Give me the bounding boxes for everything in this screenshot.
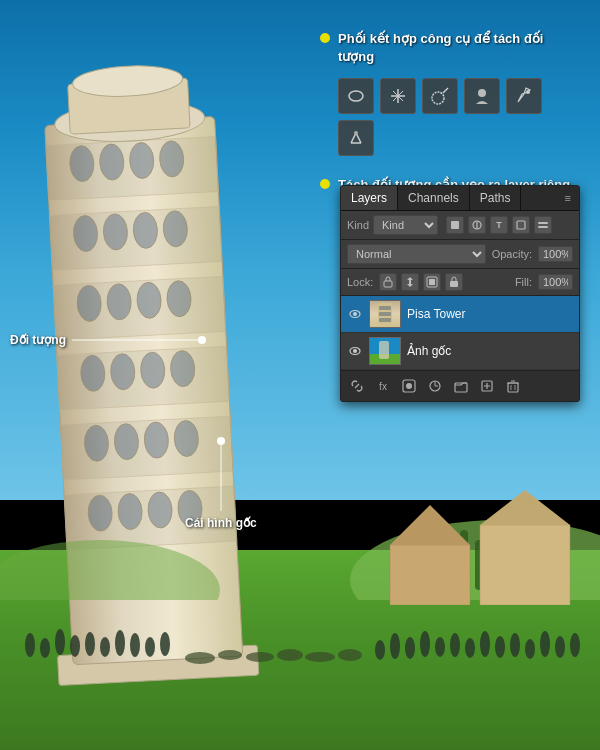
quick-select-icon[interactable] <box>422 78 458 114</box>
tab-layers[interactable]: Layers <box>341 186 398 210</box>
layer-item-pisa-tower[interactable]: Pisa Tower <box>341 296 579 333</box>
lasso-tool-icon[interactable] <box>338 78 374 114</box>
bullet-dot-2 <box>320 179 330 189</box>
svg-rect-95 <box>450 281 458 287</box>
layer-name-pisa: Pisa Tower <box>407 307 573 321</box>
layer-name-original: Ảnh gốc <box>407 344 573 358</box>
smart-filter-icon[interactable] <box>534 216 552 234</box>
svg-point-103 <box>353 349 357 353</box>
svg-rect-94 <box>429 279 435 285</box>
blend-mode-select[interactable]: Normal Multiply Screen Overlay <box>347 244 486 264</box>
link-icon[interactable] <box>347 376 367 396</box>
lock-artboard-icon[interactable] <box>423 273 441 291</box>
lock-pixels-icon[interactable] <box>379 273 397 291</box>
layer-thumb-original <box>369 337 401 365</box>
text-filter-icon[interactable]: T <box>490 216 508 234</box>
layers-bottom-bar: fx <box>341 370 579 401</box>
fill-label: Fill: <box>515 276 532 288</box>
label-cai-hinh-goc: Cái hình gốc <box>185 436 257 530</box>
layer-thumb-pisa <box>369 300 401 328</box>
fill-input[interactable] <box>538 274 573 290</box>
pen-alt-icon[interactable] <box>338 120 374 156</box>
mask-icon[interactable] <box>399 376 419 396</box>
tool-icons-row <box>338 78 580 156</box>
layers-panel: Layers Channels Paths ≡ Kind Kind Name E… <box>340 185 580 402</box>
svg-rect-90 <box>538 222 548 224</box>
label-doi-tuong: Đối tượng <box>10 330 212 350</box>
adjustment-icon[interactable] <box>425 376 445 396</box>
svg-rect-89 <box>517 221 525 229</box>
ui-overlay: Phối kết hợp công cụ để tách đối tượng <box>0 0 600 750</box>
layer-thumb-original-bg <box>370 338 400 364</box>
layers-lock-row: Lock: Fill: <box>341 269 579 296</box>
doi-tuong-text: Đối tượng <box>10 333 66 347</box>
svg-rect-114 <box>508 383 518 392</box>
svg-point-120 <box>217 437 225 445</box>
adjustment-filter-icon[interactable] <box>468 216 486 234</box>
svg-rect-101 <box>379 318 391 322</box>
svg-point-75 <box>349 91 363 101</box>
svg-rect-91 <box>538 226 548 228</box>
lock-icons-group <box>379 273 463 291</box>
magic-wand-icon[interactable] <box>380 78 416 114</box>
svg-point-85 <box>354 131 358 135</box>
svg-point-119 <box>198 336 206 344</box>
tab-paths[interactable]: Paths <box>470 186 522 210</box>
shape-filter-icon[interactable] <box>512 216 530 234</box>
opacity-input[interactable] <box>538 246 573 262</box>
annotation-text-1: Phối kết hợp công cụ để tách đối tượng <box>338 30 580 66</box>
bullet-dot-1 <box>320 33 330 43</box>
svg-rect-106 <box>379 341 389 359</box>
layers-kind-row: Kind Kind Name Effect T <box>341 211 579 240</box>
layer-visibility-original[interactable] <box>347 343 363 359</box>
svg-point-83 <box>526 90 530 94</box>
pixel-filter-icon[interactable] <box>446 216 464 234</box>
opacity-label: Opacity: <box>492 248 532 260</box>
tab-channels[interactable]: Channels <box>398 186 470 210</box>
svg-point-108 <box>406 383 412 389</box>
fx-icon[interactable]: fx <box>373 376 393 396</box>
layers-tabs: Layers Channels Paths ≡ <box>341 186 579 211</box>
svg-point-82 <box>478 89 486 97</box>
extract-icon[interactable] <box>464 78 500 114</box>
pen-tool-icon[interactable] <box>506 78 542 114</box>
svg-rect-86 <box>451 221 459 229</box>
panel-menu-icon[interactable]: ≡ <box>557 187 579 209</box>
kind-select[interactable]: Kind Name Effect <box>373 215 438 235</box>
svg-rect-100 <box>379 312 391 316</box>
layers-blend-row: Normal Multiply Screen Overlay Opacity: <box>341 240 579 269</box>
svg-point-80 <box>432 92 444 104</box>
layer-visibility-pisa[interactable] <box>347 306 363 322</box>
layer-thumb-tower-bg <box>370 301 400 327</box>
svg-point-97 <box>353 312 357 316</box>
kind-label: Kind <box>347 219 369 231</box>
new-group-icon[interactable] <box>451 376 471 396</box>
lock-all-icon[interactable] <box>445 273 463 291</box>
kind-filter-icons: T <box>446 216 552 234</box>
lock-move-icon[interactable] <box>401 273 419 291</box>
cai-hinh-goc-text: Cái hình gốc <box>185 516 257 530</box>
annotation-bullet-1: Phối kết hợp công cụ để tách đối tượng <box>320 30 580 66</box>
svg-rect-99 <box>379 306 391 310</box>
annotation-area: Phối kết hợp công cụ để tách đối tượng <box>320 30 580 207</box>
svg-line-81 <box>443 88 448 93</box>
new-layer-icon[interactable] <box>477 376 497 396</box>
delete-layer-icon[interactable] <box>503 376 523 396</box>
lock-label: Lock: <box>347 276 373 288</box>
layer-item-original[interactable]: Ảnh gốc <box>341 333 579 370</box>
svg-rect-92 <box>384 281 392 287</box>
